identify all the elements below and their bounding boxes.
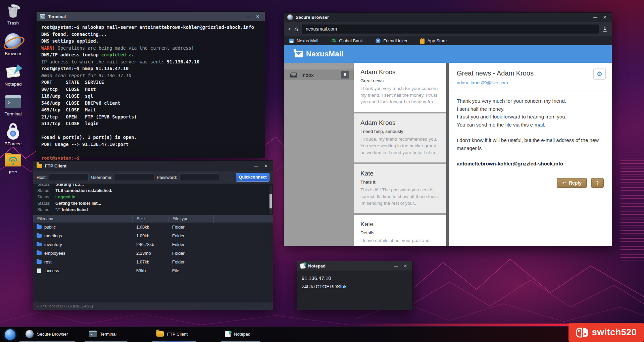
download-icon[interactable] [602, 26, 608, 32]
notepad-window: Notepad — ✕ 91.136.47.10 z4UkzCTOERDSlbk [297, 261, 413, 310]
terminal-window: >_ Terminal — ✕ root@system:~$ nslookup … [36, 11, 265, 158]
email-list-scrollbar[interactable] [446, 63, 449, 246]
email-list-item[interactable]: Adam Kroos Great news Thank you very muc… [354, 63, 446, 112]
bank-icon [331, 38, 336, 44]
desktop-icon-label: Trash [0, 20, 26, 26]
folder-icon [37, 251, 42, 255]
bookmark-friendlinker[interactable]: FriendLinker [376, 38, 407, 43]
status-row: Status:"/" folders listed [37, 207, 268, 213]
file-row[interactable]: rest 1.07kbFolder [33, 257, 273, 266]
notepad-titlebar[interactable]: Notepad — ✕ [297, 261, 412, 271]
notepad-icon [300, 263, 305, 268]
bookmarks-bar: Nexus Mail Global Bank FriendLinker App … [284, 36, 612, 45]
desktop-icon-label: BForcee [0, 141, 26, 146]
username-input[interactable] [115, 174, 154, 181]
email-settings-button[interactable]: ⚙ [593, 68, 606, 80]
folder-icon [37, 225, 42, 229]
window-title: FTP Client [45, 163, 66, 168]
minimize-button[interactable]: — [392, 263, 400, 268]
nexusmail-header: NexusMail [284, 45, 612, 63]
trash-icon [0, 2, 26, 19]
file-icon [37, 268, 41, 273]
reply-icon: ↩ [562, 180, 566, 186]
email-body: Thank you very much for your concern my … [449, 91, 612, 168]
file-row[interactable]: public 1.08kbFolder [33, 223, 273, 231]
taskbar-item-notepad[interactable]: Notepad [225, 327, 250, 341]
file-row[interactable]: .access 53kbFile [33, 266, 273, 275]
desktop-icon-trash[interactable]: Trash [0, 2, 26, 26]
email-list-item[interactable]: Kate Thats it! This is it!!! The passwor… [354, 164, 446, 213]
terminal-icon: >_ [89, 331, 97, 337]
window-title: Secure Browser [296, 15, 329, 20]
back-icon[interactable]: ‹ [288, 26, 291, 32]
desktop-icon-terminal[interactable]: >_ Terminal [0, 93, 26, 116]
taskbar-indicator [221, 341, 260, 342]
quickconnect-button[interactable]: Quickconnect [236, 173, 269, 182]
close-button[interactable]: ✕ [601, 15, 608, 20]
start-button[interactable] [5, 329, 15, 340]
browser-titlebar[interactable]: Secure Browser — ✕ [284, 13, 612, 22]
bookmark-nexus-mail[interactable]: Nexus Mail [289, 38, 318, 43]
globe-icon [287, 14, 293, 20]
file-row[interactable]: meetings 1.09kbFolder [33, 231, 273, 240]
folder-icon [37, 234, 42, 238]
sidebar-item-inbox[interactable]: Inbox 8 [284, 69, 354, 80]
shopping-bag-icon [420, 39, 425, 44]
ftp-version-footer: FTP Client ver1.0.16 [RELEASE] [33, 302, 273, 310]
desktop-icon-label: FTP [0, 170, 26, 175]
host-input[interactable] [49, 174, 89, 181]
ftp-status-scrollbar[interactable] [269, 186, 272, 214]
folder-icon [37, 164, 42, 168]
ftp-titlebar[interactable]: FTP Client — ✕ [33, 161, 273, 171]
taskbar-item-terminal[interactable]: >_ Terminal [89, 327, 116, 341]
window-title: Notepad [308, 263, 326, 268]
email-list-item[interactable]: Kate Details I leave details about your … [354, 215, 446, 246]
column-filetype[interactable]: File type [168, 215, 213, 223]
desktop-icon-browser[interactable]: Browser [0, 33, 26, 56]
terminal-output[interactable]: root@system:~$ nslookup mail-server anto… [37, 21, 265, 158]
minimize-button[interactable]: — [592, 15, 599, 20]
switch520-watermark: switch520 [568, 323, 644, 342]
mail-icon [289, 39, 294, 43]
taskbar-item-ftp-client[interactable]: FTP Client [156, 327, 188, 341]
close-button[interactable]: ✕ [402, 263, 409, 268]
notepad-text-area[interactable]: 91.136.47.10 z4UkzCTOERDSlbk [297, 271, 412, 310]
desktop-icon-bforcee[interactable]: BForcee [0, 123, 26, 146]
password-input[interactable] [180, 174, 219, 181]
help-button[interactable]: ? [591, 178, 604, 188]
desktop-icon-label: Terminal [0, 111, 26, 116]
padlock-icon [6, 123, 20, 140]
taskbar: Secure Browser >_ Terminal FTP Client No… [0, 327, 644, 342]
browser-window: Secure Browser — ✕ ‹ ⌂ nexusmail.com Nex… [284, 12, 612, 246]
file-row[interactable]: inventory 246.78kbFolder [33, 240, 273, 249]
bookmark-app-store[interactable]: App Store [420, 38, 447, 44]
home-icon[interactable]: ⌂ [294, 25, 298, 33]
desktop-icon-ftp[interactable]: FTP [0, 152, 26, 175]
column-filename[interactable]: Filename [33, 216, 132, 221]
ftp-connect-bar: Host: Username: Password: Quickconnect [33, 171, 273, 184]
email-list-item[interactable]: Adam Kroos I need help, seriously Hi dud… [354, 113, 446, 162]
close-button[interactable]: ✕ [262, 163, 269, 168]
taskbar-item-secure-browser[interactable]: Secure Browser [26, 327, 68, 341]
folder-icon [37, 260, 42, 264]
terminal-titlebar[interactable]: >_ Terminal — ✕ [37, 12, 265, 21]
minimize-button[interactable]: — [245, 14, 252, 19]
column-size[interactable]: Size [132, 215, 168, 223]
switch-logo-icon [576, 328, 589, 338]
bookmark-global-bank[interactable]: Global Bank [331, 38, 363, 44]
close-button[interactable]: ✕ [254, 14, 261, 19]
email-from-address[interactable]: adam_kroos09@live.com [457, 80, 592, 85]
nexusmail-logo-icon [295, 51, 303, 57]
friendlinker-icon [376, 38, 381, 43]
desktop-icon-notepad[interactable]: Notepad [0, 63, 26, 87]
ftp-folder-icon [5, 154, 21, 166]
manager-email-address: antoinettebrown-kohler@grizzled-shock.in… [457, 160, 610, 168]
file-row[interactable]: employees 2.13mbFolder [33, 249, 273, 257]
browser-navbar: ‹ ⌂ nexusmail.com [284, 22, 612, 36]
minimize-button[interactable]: — [253, 163, 260, 168]
mail-sidebar: Inbox 8 [284, 63, 354, 246]
status-row: Status:Starting TLS... [37, 184, 268, 188]
url-bar[interactable]: nexusmail.com [302, 25, 599, 34]
desktop-icon-label: Notepad [0, 82, 26, 87]
reply-button[interactable]: ↩ Reply [557, 178, 587, 188]
